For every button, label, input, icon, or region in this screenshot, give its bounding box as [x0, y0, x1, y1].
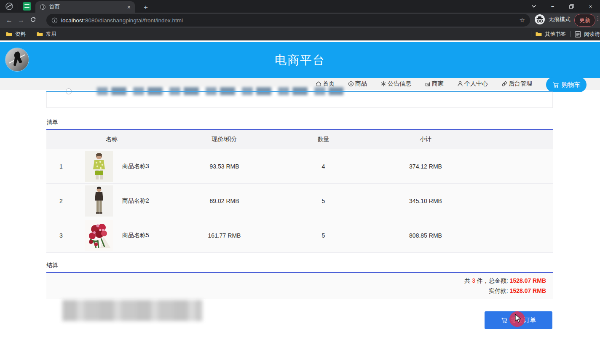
- nav-label: 商家: [432, 80, 444, 88]
- reading-list-icon: [575, 31, 581, 37]
- reading-list-label: 阅读清单: [584, 31, 600, 38]
- header-qty: 数量: [272, 136, 375, 143]
- bookmark-label: 资料: [15, 31, 26, 38]
- cell-price: 161.77 RMB: [177, 232, 272, 239]
- new-tab-button[interactable]: +: [141, 3, 151, 13]
- table-row: 2 商品名称2 69.02 RMB 5 345.10 RMB: [46, 184, 553, 218]
- cell-qty: 5: [272, 232, 375, 239]
- bookmark-star-icon[interactable]: ☆: [520, 16, 525, 24]
- window-chevron-button[interactable]: [524, 0, 543, 13]
- nav-label: 首页: [323, 80, 335, 88]
- cell-subtotal: 345.10 RMB: [375, 198, 476, 204]
- url-host: localhost: [61, 17, 83, 24]
- total-middle: 件，总金额:: [475, 277, 510, 284]
- nav-item-home[interactable]: 首页: [316, 80, 335, 88]
- tab-favicon-globe-icon: [40, 4, 46, 10]
- person-icon: [457, 81, 463, 87]
- table-header-row: 名称 现价/积分 数量 小计: [46, 130, 553, 149]
- cell-name: 商品名称2: [122, 197, 177, 205]
- total-line: 共 3 件，总金额: 1528.07 RMB: [46, 277, 546, 285]
- cell-price: 69.02 RMB: [177, 198, 272, 204]
- browser-tab[interactable]: 首页 ×: [35, 1, 135, 13]
- reload-button[interactable]: [27, 16, 39, 24]
- main-nav-items: 首页 商品 公告信息 商家 个人中心 后台管理: [316, 78, 532, 90]
- nav-item-goods[interactable]: 商品: [348, 80, 367, 88]
- header-subtotal: 小计: [375, 136, 476, 143]
- cell-index: 1: [46, 163, 76, 170]
- other-bookmarks-label: 其他书签: [545, 31, 566, 38]
- other-bookmarks[interactable]: 其他书签: [536, 31, 566, 38]
- tab-strip-separator: [18, 3, 18, 10]
- nav-item-merchants[interactable]: 商家: [425, 80, 444, 88]
- pinned-tab-icon[interactable]: [23, 2, 31, 11]
- nav-label: 商品: [355, 80, 367, 88]
- section-divider-line: [46, 91, 553, 92]
- header-name: 名称: [46, 136, 177, 143]
- nav-item-profile[interactable]: 个人中心: [457, 80, 488, 88]
- page-info-icon[interactable]: [51, 17, 58, 24]
- settlement-panel: 共 3 件，总金额: 1528.07 RMB 实付款: 1528.07 RMB: [46, 272, 553, 299]
- update-button[interactable]: 更新: [574, 14, 595, 27]
- cell-name: 商品名称5: [122, 232, 177, 239]
- bookmark-folder-ziliao[interactable]: 资料: [6, 31, 26, 38]
- mouse-cursor: [515, 314, 522, 323]
- bookmark-folder-changyong[interactable]: 常用: [37, 31, 56, 38]
- cart-icon: [501, 317, 508, 324]
- home-icon: [316, 81, 321, 87]
- paid-amount: 1528.07 RMB: [510, 287, 546, 294]
- cell-index: 3: [46, 232, 76, 239]
- cell-qty: 5: [272, 198, 375, 204]
- cell-subtotal: 374.12 RMB: [375, 163, 476, 170]
- cell-index: 2: [46, 198, 76, 204]
- total-amount: 1528.07 RMB: [510, 277, 546, 284]
- bookmarks-bar: 资料 常用: [0, 28, 600, 40]
- nav-item-announcements[interactable]: 公告信息: [380, 80, 411, 88]
- nav-item-admin[interactable]: 后台管理: [501, 80, 532, 88]
- window-minimize-button[interactable]: −: [543, 0, 562, 13]
- cart-label: 购物车: [562, 81, 581, 89]
- tab-title: 首页: [49, 3, 127, 11]
- shop-icon: [425, 81, 431, 87]
- cell-price: 93.53 RMB: [177, 163, 272, 170]
- folder-icon: [37, 32, 43, 37]
- cart-button[interactable]: 购物车: [546, 77, 587, 92]
- product-image: [85, 151, 113, 182]
- paid-line: 实付款: 1528.07 RMB: [46, 287, 546, 295]
- settle-section-title: 结算: [46, 262, 58, 269]
- bookmarks-separator: [570, 31, 571, 37]
- list-section-title: 清单: [46, 119, 58, 126]
- window-restore-button[interactable]: [562, 0, 581, 13]
- nav-label: 后台管理: [509, 80, 532, 88]
- cell-qty: 4: [272, 163, 375, 170]
- product-image: [85, 185, 113, 217]
- update-label: 更新: [579, 16, 590, 24]
- back-button[interactable]: ←: [3, 16, 15, 24]
- link-icon: [501, 81, 507, 87]
- browser-tab-strip: 首页 × + − ×: [0, 0, 600, 13]
- url-path: :8080/dianshangpingtai/front/index.html: [83, 17, 183, 24]
- bookmark-label: 常用: [46, 31, 56, 38]
- forward-button[interactable]: →: [15, 16, 27, 24]
- blurred-watermark: [62, 300, 202, 321]
- site-title: 电商平台: [0, 52, 600, 68]
- tab-close-icon[interactable]: ×: [127, 4, 131, 11]
- product-image: [85, 220, 113, 251]
- header-price: 现价/积分: [177, 136, 272, 143]
- address-bar[interactable]: localhost:8080/dianshangpingtai/front/in…: [46, 14, 530, 27]
- cart-icon: [552, 82, 560, 88]
- browser-menu-icon[interactable]: ⋮: [595, 15, 600, 22]
- cart-items-table: 名称 现价/积分 数量 小计 1 商品名称3 93.53 RMB 4 374.1…: [46, 129, 553, 253]
- bookmarks-bar-right: 其他书签 阅读清单: [527, 28, 600, 40]
- asterisk-icon: [380, 81, 386, 87]
- total-prefix: 共: [464, 277, 472, 284]
- incognito-label: 无痕模式: [549, 16, 571, 23]
- cell-subtotal: 808.85 RMB: [375, 232, 476, 239]
- incognito-icon: [534, 14, 545, 25]
- total-count: 3: [472, 277, 475, 284]
- browser-logo-icon: [5, 2, 13, 11]
- reading-list[interactable]: 阅读清单: [575, 31, 600, 38]
- paid-label: 实付款:: [489, 287, 510, 294]
- folder-icon: [536, 32, 542, 37]
- bookmarks-separator: [531, 31, 531, 37]
- window-close-button[interactable]: ×: [581, 0, 600, 13]
